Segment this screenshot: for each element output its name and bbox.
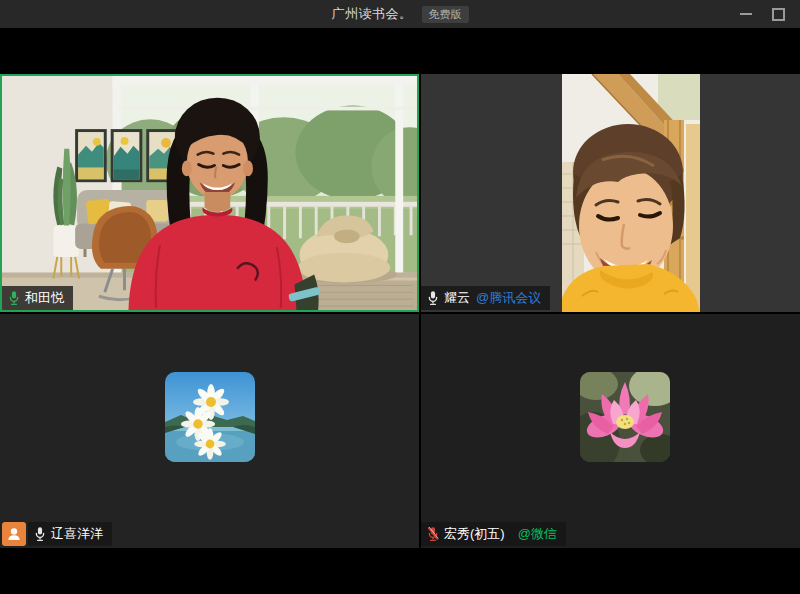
titlebar: 广州读书会。 免费版	[0, 0, 800, 28]
minimize-button[interactable]	[730, 0, 762, 28]
participant-name: 和田悦	[25, 289, 64, 307]
video-tile-participant-1[interactable]: 和田悦	[0, 74, 419, 312]
lotus-avatar-image	[580, 372, 670, 462]
name-tag: 耀云 @腾讯会议	[421, 286, 550, 310]
portrait-video-feed	[562, 74, 700, 312]
participant-name: 宏秀(初五)	[444, 525, 505, 543]
mic-on-icon	[34, 526, 46, 542]
name-tag: 辽喜洋洋	[28, 522, 112, 546]
participant-name: 辽喜洋洋	[51, 525, 103, 543]
minimize-icon	[740, 13, 752, 15]
meeting-window: 广州读书会。 免费版	[0, 0, 800, 594]
platform-label-wechat: @微信	[518, 525, 557, 543]
participant-name: 耀云	[444, 289, 470, 307]
person-icon	[5, 525, 23, 543]
mic-on-icon	[427, 290, 439, 306]
platform-label-tencent-meeting: @腾讯会议	[476, 289, 541, 307]
window-controls	[730, 0, 794, 28]
maximize-button[interactable]	[762, 0, 794, 28]
video-tile-participant-4[interactable]: 宏秀(初五) @微信	[421, 314, 800, 548]
avatar	[580, 372, 670, 462]
avatar	[165, 372, 255, 462]
maximize-icon	[772, 8, 785, 21]
meeting-title: 广州读书会。	[332, 5, 413, 23]
video-tile-participant-2[interactable]: 耀云 @腾讯会议	[421, 74, 800, 312]
name-tag: 宏秀(初五) @微信	[421, 522, 566, 546]
mic-muted-icon	[427, 526, 439, 542]
video-tile-participant-3[interactable]: 辽喜洋洋	[0, 314, 419, 548]
portrait-video-scene	[562, 74, 700, 312]
name-tag: 和田悦	[2, 286, 73, 310]
free-version-badge[interactable]: 免费版	[422, 6, 469, 23]
person-badge	[2, 522, 26, 546]
living-room-video-feed	[2, 76, 417, 310]
mic-on-speaking-icon	[8, 290, 20, 306]
daisies-avatar-image	[165, 372, 255, 462]
